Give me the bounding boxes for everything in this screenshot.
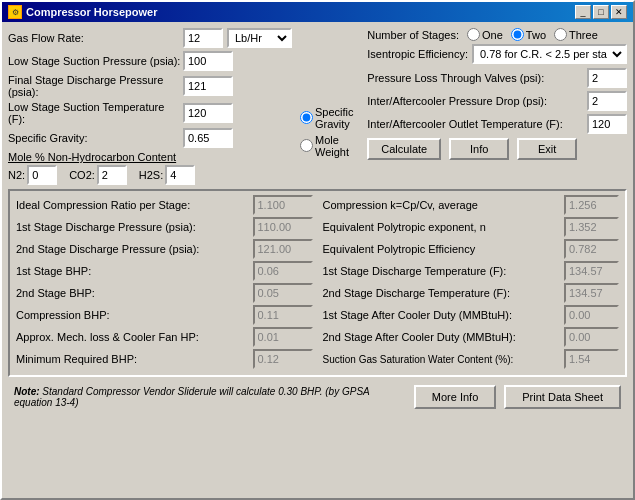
result-value-5 — [253, 305, 313, 325]
nhc-row: N2: CO2: H2S: — [8, 165, 292, 185]
result-right-row-6: 2nd Stage After Cooler Duty (MMBtuH): — [323, 327, 620, 347]
nhc-label: Mole % Non-Hydrocarbon Content — [8, 151, 292, 163]
result-right-value-0 — [564, 195, 619, 215]
title-bar: ⚙ Compressor Horsepower _ □ ✕ — [2, 2, 633, 22]
stages-three-radio[interactable] — [554, 28, 567, 41]
low-stage-suction-temp-label: Low Stage Suction Temperature (F): — [8, 101, 183, 125]
n2-input[interactable] — [27, 165, 57, 185]
specific-gravity-radio-label[interactable]: Specific Gravity — [300, 106, 359, 130]
results-section: Ideal Compression Ratio per Stage: 1st S… — [8, 189, 627, 377]
result-value-6 — [253, 327, 313, 347]
result-right-row-3: 1st Stage Discharge Temperature (F): — [323, 261, 620, 281]
result-row-2: 2nd Stage Discharge Pressure (psia): — [16, 239, 313, 259]
result-label-7: Minimum Required BHP: — [16, 353, 253, 365]
mole-weight-radio[interactable] — [300, 139, 313, 152]
result-right-value-4 — [564, 283, 619, 303]
app-icon: ⚙ — [8, 5, 22, 19]
result-label-5: Compression BHP: — [16, 309, 253, 321]
more-info-button[interactable]: More Info — [414, 385, 496, 409]
stages-row: Number of Stages: One Two Three — [367, 28, 627, 41]
aftercooler-pressure-drop-input[interactable] — [587, 91, 627, 111]
n2-label: N2: — [8, 169, 25, 181]
result-right-label-4: 2nd Stage Discharge Temperature (F): — [323, 287, 565, 299]
main-window: ⚙ Compressor Horsepower _ □ ✕ Gas Flow R… — [0, 0, 635, 500]
unit-select[interactable]: Lb/Hr MMSCFD SCFM GPM — [227, 28, 292, 48]
result-right-value-7 — [564, 349, 619, 369]
isentropic-select[interactable]: 0.78 for C.R. < 2.5 per stag 0.75 for C.… — [472, 44, 627, 64]
calculate-button[interactable]: Calculate — [367, 138, 441, 160]
result-right-value-5 — [564, 305, 619, 325]
isentropic-label: Isentropic Efficiency: — [367, 48, 468, 60]
low-stage-suction-temp-input[interactable] — [183, 103, 233, 123]
specific-gravity-radio[interactable] — [300, 111, 313, 124]
main-content: Gas Flow Rate: Lb/Hr MMSCFD SCFM GPM Low… — [2, 22, 633, 498]
result-label-3: 1st Stage BHP: — [16, 265, 253, 277]
close-button[interactable]: ✕ — [611, 5, 627, 19]
result-right-row-2: Equivalent Polytropic Efficiency — [323, 239, 620, 259]
h2s-input[interactable] — [165, 165, 195, 185]
result-value-3 — [253, 261, 313, 281]
result-right-label-1: Equivalent Polytropic exponent, n — [323, 221, 565, 233]
result-right-label-7: Suction Gas Saturation Water Content (%)… — [323, 354, 565, 365]
pressure-loss-input[interactable] — [587, 68, 627, 88]
stages-two-text: Two — [526, 29, 546, 41]
mole-weight-radio-label[interactable]: Mole Weight — [300, 134, 359, 158]
aftercooler-pressure-drop-label: Inter/Aftercooler Pressure Drop (psi): — [367, 95, 587, 107]
aftercooler-outlet-temp-input[interactable] — [587, 114, 627, 134]
stages-three-label[interactable]: Three — [554, 28, 598, 41]
note-bold: Note: — [14, 386, 40, 397]
pressure-loss-label: Pressure Loss Through Valves (psi): — [367, 72, 587, 84]
stages-three-text: Three — [569, 29, 598, 41]
stages-two-radio[interactable] — [511, 28, 524, 41]
note-content: Standard Compressor Vendor Sliderule wil… — [14, 386, 369, 408]
result-right-row-1: Equivalent Polytropic exponent, n — [323, 217, 620, 237]
button-row: Calculate Info Exit — [367, 138, 627, 160]
note-text: Note: Standard Compressor Vendor Slideru… — [14, 386, 406, 408]
minimize-button[interactable]: _ — [575, 5, 591, 19]
gas-flow-input[interactable] — [183, 28, 223, 48]
result-right-label-5: 1st Stage After Cooler Duty (MMBtuH): — [323, 309, 565, 321]
result-right-label-0: Compression k=Cp/Cv, average — [323, 199, 565, 211]
result-row-3: 1st Stage BHP: — [16, 261, 313, 281]
gas-flow-label: Gas Flow Rate: — [8, 32, 183, 44]
results-right: Compression k=Cp/Cv, average Equivalent … — [323, 195, 620, 371]
info-button[interactable]: Info — [449, 138, 509, 160]
co2-label: CO2: — [69, 169, 95, 181]
stages-one-radio[interactable] — [467, 28, 480, 41]
result-value-4 — [253, 283, 313, 303]
low-stage-suction-pressure-label: Low Stage Suction Pressure (psia): — [8, 55, 183, 67]
mole-weight-radio-text: Mole Weight — [315, 134, 359, 158]
result-right-label-6: 2nd Stage After Cooler Duty (MMBtuH): — [323, 331, 565, 343]
result-label-6: Approx. Mech. loss & Cooler Fan HP: — [16, 331, 253, 343]
h2s-label: H2S: — [139, 169, 163, 181]
result-right-row-4: 2nd Stage Discharge Temperature (F): — [323, 283, 620, 303]
result-value-2 — [253, 239, 313, 259]
window-controls: _ □ ✕ — [575, 5, 627, 19]
result-right-value-3 — [564, 261, 619, 281]
low-stage-suction-pressure-input[interactable] — [183, 51, 233, 71]
result-label-1: 1st Stage Discharge Pressure (psia): — [16, 221, 253, 233]
stages-two-label[interactable]: Two — [511, 28, 546, 41]
title-bar-left: ⚙ Compressor Horsepower — [8, 5, 157, 19]
low-stage-suction-pressure-row: Low Stage Suction Pressure (psia): — [8, 51, 292, 71]
result-row-5: Compression BHP: — [16, 305, 313, 325]
stages-one-label[interactable]: One — [467, 28, 503, 41]
final-stage-discharge-pressure-label: Final Stage Discharge Pressure (psia): — [8, 74, 183, 98]
specific-gravity-radio-text: Specific Gravity — [315, 106, 359, 130]
pressure-loss-row: Pressure Loss Through Valves (psi): — [367, 68, 627, 88]
print-data-sheet-button[interactable]: Print Data Sheet — [504, 385, 621, 409]
nhc-section: Mole % Non-Hydrocarbon Content N2: CO2: … — [8, 151, 292, 185]
result-right-label-3: 1st Stage Discharge Temperature (F): — [323, 265, 565, 277]
sg-mw-panel: Specific Gravity Mole Weight — [300, 28, 359, 185]
maximize-button[interactable]: □ — [593, 5, 609, 19]
co2-field: CO2: — [69, 165, 127, 185]
top-section: Gas Flow Rate: Lb/Hr MMSCFD SCFM GPM Low… — [8, 28, 627, 185]
result-row-6: Approx. Mech. loss & Cooler Fan HP: — [16, 327, 313, 347]
co2-input[interactable] — [97, 165, 127, 185]
exit-button[interactable]: Exit — [517, 138, 577, 160]
final-stage-discharge-pressure-input[interactable] — [183, 76, 233, 96]
result-right-value-1 — [564, 217, 619, 237]
specific-gravity-input[interactable] — [183, 128, 233, 148]
result-right-row-7: Suction Gas Saturation Water Content (%)… — [323, 349, 620, 369]
isentropic-row: Isentropic Efficiency: 0.78 for C.R. < 2… — [367, 44, 627, 64]
